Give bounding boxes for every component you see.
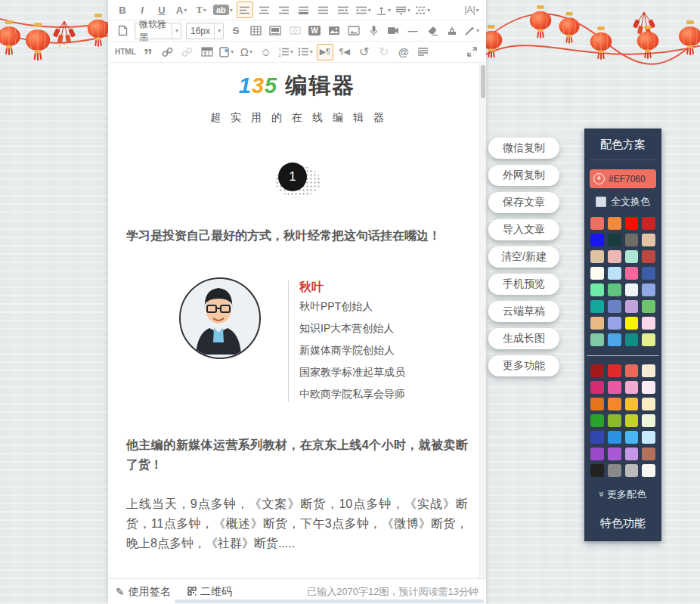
color-swatch[interactable] xyxy=(642,250,655,263)
color-swatch[interactable] xyxy=(625,300,639,313)
color-swatch[interactable] xyxy=(642,448,655,460)
color-swatch[interactable] xyxy=(642,317,655,330)
insert-image-button[interactable] xyxy=(326,23,342,39)
color-swatch[interactable] xyxy=(625,364,639,377)
line-height-button[interactable]: ▾ xyxy=(375,2,392,18)
undo-button[interactable]: ↺ xyxy=(356,44,373,60)
emoji-button[interactable]: ☺ xyxy=(258,44,274,60)
color-swatch[interactable] xyxy=(590,317,604,330)
audio-button[interactable] xyxy=(365,23,382,39)
color-swatch[interactable] xyxy=(625,431,639,444)
color-swatch[interactable] xyxy=(608,398,621,410)
color-swatch[interactable] xyxy=(642,267,655,280)
video-button[interactable] xyxy=(385,23,401,39)
body-paragraph-bold[interactable]: 他主编的新媒体运营系列教材，在京东上线4个小时，就被卖断了货！ xyxy=(126,435,468,475)
paragraph-spacing-button[interactable]: ▾ xyxy=(395,2,411,18)
text-style-button[interactable]: T▾ xyxy=(193,2,209,18)
color-swatch[interactable] xyxy=(590,333,604,346)
sidebar-action-button[interactable]: 生成长图 xyxy=(488,328,559,349)
color-swatch[interactable] xyxy=(608,364,621,377)
screenshot-button[interactable] xyxy=(287,23,303,39)
font-group-button[interactable]: |A|▾ xyxy=(463,2,480,18)
html-source-button[interactable]: HTML xyxy=(114,44,137,60)
sidebar-action-button[interactable]: 手机预览 xyxy=(488,274,559,295)
sidebar-action-button[interactable]: 清空/新建 xyxy=(488,246,559,268)
outdent-button[interactable]: ▾ xyxy=(355,2,372,18)
color-swatch[interactable] xyxy=(608,250,621,263)
signature-button[interactable]: ✎ 使用签名 xyxy=(116,585,171,599)
color-swatch[interactable] xyxy=(590,267,604,280)
image-library-button[interactable] xyxy=(345,23,362,39)
vertical-scrollbar[interactable] xyxy=(479,63,486,578)
color-swatch[interactable] xyxy=(642,283,655,296)
page-background-button[interactable]: ▾ xyxy=(218,44,235,60)
sidebar-action-button[interactable]: 导入文章 xyxy=(488,219,559,240)
sidebar-action-button[interactable]: 更多功能 xyxy=(488,355,559,376)
color-swatch[interactable] xyxy=(608,381,621,394)
blockquote-button[interactable]: ” xyxy=(140,40,156,64)
table-header-button[interactable]: T xyxy=(199,44,215,60)
font-color-button[interactable]: A▾ xyxy=(173,2,190,18)
color-swatch[interactable] xyxy=(608,464,621,477)
color-swatch[interactable] xyxy=(608,448,621,460)
color-swatch[interactable] xyxy=(625,234,639,246)
horizontal-rule-button[interactable]: — xyxy=(404,23,421,39)
fullscreen-button[interactable] xyxy=(463,44,480,60)
format-brush-button[interactable] xyxy=(444,23,460,39)
color-swatch[interactable] xyxy=(625,317,639,330)
color-swatch[interactable] xyxy=(590,283,604,296)
word-import-button[interactable]: W xyxy=(306,23,323,39)
link-button[interactable] xyxy=(160,44,176,60)
color-swatch[interactable] xyxy=(590,448,604,460)
underline-button[interactable]: U xyxy=(153,2,170,18)
insert-table-button[interactable] xyxy=(247,23,264,39)
strikethrough-button[interactable]: S xyxy=(228,23,244,39)
color-swatch[interactable] xyxy=(590,464,604,477)
bold-button[interactable]: B xyxy=(114,2,131,18)
color-swatch[interactable] xyxy=(625,381,639,394)
margin-button[interactable]: ▾ xyxy=(414,2,431,18)
color-swatch[interactable] xyxy=(608,333,621,346)
align-center-button[interactable] xyxy=(256,2,273,18)
color-swatch[interactable] xyxy=(608,217,621,230)
insert-media-button[interactable] xyxy=(267,23,283,39)
font-size-select[interactable]: 16px▾ xyxy=(186,23,224,39)
color-swatch[interactable] xyxy=(590,364,604,377)
color-swatch[interactable] xyxy=(590,398,604,410)
color-swatch[interactable] xyxy=(590,234,604,246)
color-swatch[interactable] xyxy=(590,431,604,444)
color-swatch[interactable] xyxy=(590,217,604,230)
color-swatch[interactable] xyxy=(642,431,655,444)
color-swatch[interactable] xyxy=(608,267,621,280)
color-swatch[interactable] xyxy=(625,398,639,410)
color-swatch[interactable] xyxy=(642,364,655,377)
more-colors-button[interactable]: »更多配色 xyxy=(584,488,661,501)
remove-indent-button[interactable]: ¶◀ xyxy=(336,44,353,60)
color-swatch[interactable] xyxy=(590,414,604,427)
horizontal-scrollbar-thumb[interactable] xyxy=(175,599,484,603)
magic-wand-button[interactable]: ▾ xyxy=(463,23,480,39)
editor-canvas[interactable]: 135编辑器 超实用的在线编辑器 1 学习是投资自己最好的方式，秋叶经常把这句话… xyxy=(108,63,486,578)
line-style-button[interactable] xyxy=(415,44,432,60)
color-swatch[interactable] xyxy=(608,300,621,313)
align-block-button[interactable] xyxy=(296,2,312,18)
body-paragraph-sales[interactable]: 上线当天，9点多钟，《文案》断货，10点多钟，《实战》断货，11点多钟，《概述》… xyxy=(126,494,468,553)
first-line-indent-button[interactable]: ▶¶ xyxy=(317,44,333,60)
vertical-scrollbar-thumb[interactable] xyxy=(481,65,485,98)
color-swatch[interactable] xyxy=(642,300,655,313)
color-swatch[interactable] xyxy=(625,414,639,427)
color-swatch[interactable] xyxy=(642,414,655,427)
font-family-select[interactable]: 微软雅黑▾ xyxy=(135,23,181,39)
color-swatch[interactable] xyxy=(590,381,604,394)
eraser-button[interactable] xyxy=(424,23,441,39)
unlink-button[interactable] xyxy=(179,44,196,60)
color-swatch[interactable] xyxy=(608,431,621,444)
qrcode-button[interactable]: 二维码 xyxy=(187,585,232,599)
color-swatch[interactable] xyxy=(625,283,639,296)
color-swatch[interactable] xyxy=(608,317,621,330)
highlight-button[interactable]: ab▾ xyxy=(212,2,234,18)
current-color-button[interactable]: + #EF7060 xyxy=(590,169,656,188)
color-swatch[interactable] xyxy=(642,398,655,410)
sidebar-action-button[interactable]: 外网复制 xyxy=(488,165,559,186)
color-swatch[interactable] xyxy=(625,333,639,346)
